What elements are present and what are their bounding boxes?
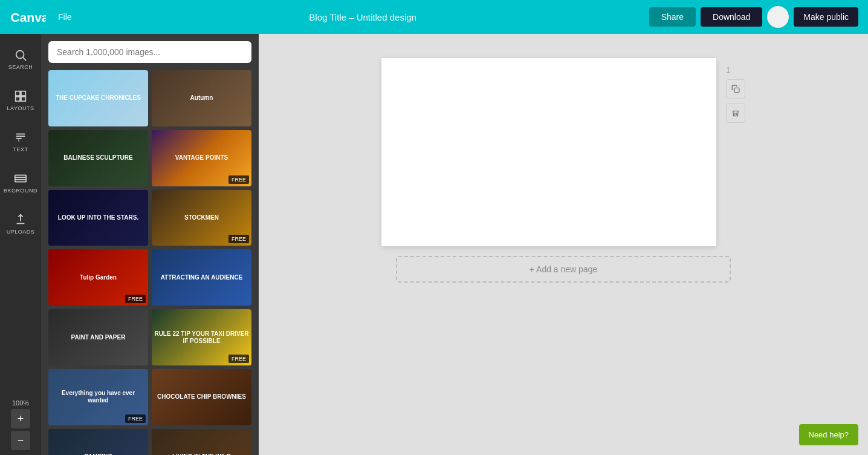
svg-text:T: T bbox=[18, 137, 21, 143]
sidebar-item-background[interactable]: BKGROUND bbox=[0, 162, 41, 203]
template-card-stars[interactable]: LOOK UP INTO THE STARS. bbox=[48, 190, 148, 246]
canvas-wrapper: 1 bbox=[381, 58, 745, 246]
template-card-paint[interactable]: PAINT AND PAPER bbox=[48, 309, 148, 365]
template-card-bg: CAMPING bbox=[48, 429, 148, 455]
template-card-bg: PAINT AND PAPER bbox=[48, 309, 148, 365]
canvas-right-tools: 1 bbox=[726, 58, 745, 123]
left-panel: THE CUPCAKE CHRONICLESAutumnBALINESE SCU… bbox=[41, 34, 259, 455]
svg-rect-4 bbox=[21, 91, 25, 96]
background-tool-label: BKGROUND bbox=[4, 188, 37, 194]
template-card-brownies[interactable]: CHOCOLATE CHIP BROWNIES bbox=[152, 369, 251, 425]
template-card-bg: LIVING IN THE WILD bbox=[152, 429, 251, 455]
header-actions: Share Download Make public bbox=[649, 6, 858, 28]
free-badge: FREE bbox=[228, 175, 249, 184]
background-icon bbox=[14, 172, 27, 185]
template-card-autumn[interactable]: Autumn bbox=[152, 70, 251, 126]
tool-sidebar: SEARCH LAYOUTS T TEXT BKGROUND UPLOADS bbox=[0, 34, 41, 455]
make-public-button[interactable]: Make public bbox=[794, 7, 858, 27]
text-icon: T bbox=[14, 131, 27, 144]
header-center: Blog Title – Untitled design bbox=[84, 12, 642, 22]
page-number: 1 bbox=[726, 63, 745, 74]
free-badge: FREE bbox=[125, 295, 146, 303]
layouts-icon bbox=[14, 90, 27, 103]
free-badge: FREE bbox=[228, 355, 249, 363]
header: Canva File Blog Title – Untitled design … bbox=[0, 0, 868, 34]
free-badge: FREE bbox=[228, 235, 249, 243]
delete-page-button[interactable] bbox=[726, 103, 745, 123]
template-grid: THE CUPCAKE CHRONICLESAutumnBALINESE SCU… bbox=[48, 70, 251, 455]
template-card-bg: CHOCOLATE CHIP BROWNIES bbox=[152, 369, 251, 425]
uploads-icon bbox=[14, 213, 27, 226]
svg-rect-3 bbox=[16, 91, 20, 96]
canva-logo[interactable]: Canva bbox=[10, 7, 46, 27]
add-page-button[interactable]: + Add a new page bbox=[396, 256, 731, 283]
sidebar-item-search[interactable]: SEARCH bbox=[0, 39, 41, 80]
uploads-tool-label: UPLOADS bbox=[7, 229, 35, 235]
page-canvas[interactable] bbox=[381, 58, 716, 246]
template-card-taxi[interactable]: RULE 22 TIP YOUR TAXI DRIVER IF POSSIBLE… bbox=[152, 309, 251, 365]
avatar-image bbox=[767, 6, 789, 28]
search-icon bbox=[14, 48, 27, 62]
sidebar-item-layouts[interactable]: LAYOUTS bbox=[0, 80, 41, 121]
copy-icon bbox=[731, 85, 740, 93]
zoom-out-button[interactable]: − bbox=[11, 431, 30, 450]
need-help-button[interactable]: Need help? bbox=[799, 424, 859, 445]
search-input[interactable] bbox=[48, 41, 251, 63]
template-card-bg: ATTRACTING AN AUDIENCE bbox=[152, 249, 251, 306]
share-button[interactable]: Share bbox=[649, 7, 696, 27]
template-card-everything[interactable]: Everything you have ever wantedFREE bbox=[48, 369, 148, 425]
svg-rect-19 bbox=[734, 88, 739, 93]
zoom-controls: 100% + − bbox=[0, 394, 41, 455]
svg-rect-6 bbox=[21, 97, 25, 101]
avatar[interactable] bbox=[767, 6, 789, 28]
template-card-cupcake[interactable]: THE CUPCAKE CHRONICLES bbox=[48, 70, 148, 126]
template-card-vantage[interactable]: VANTAGE POINTSFREE bbox=[152, 130, 251, 186]
copy-page-button[interactable] bbox=[726, 79, 745, 99]
svg-text:Canva: Canva bbox=[11, 10, 47, 24]
zoom-level: 100% bbox=[12, 399, 29, 407]
template-card-wild[interactable]: LIVING IN THE WILD bbox=[152, 429, 251, 455]
template-card-bg: BALINESE SCULPTURE bbox=[48, 130, 148, 186]
file-menu[interactable]: File bbox=[53, 10, 77, 24]
svg-rect-5 bbox=[16, 97, 20, 101]
zoom-in-button[interactable]: + bbox=[11, 409, 30, 428]
design-title: Blog Title – Untitled design bbox=[309, 12, 416, 22]
text-tool-label: TEXT bbox=[13, 146, 28, 152]
download-button[interactable]: Download bbox=[701, 7, 762, 27]
sidebar-item-text[interactable]: T TEXT bbox=[0, 121, 41, 162]
template-card-stockmen[interactable]: STOCKMENFREE bbox=[152, 190, 251, 246]
svg-point-1 bbox=[16, 51, 24, 59]
svg-line-2 bbox=[23, 57, 26, 61]
delete-icon bbox=[731, 109, 740, 117]
template-card-audience[interactable]: ATTRACTING AN AUDIENCE bbox=[152, 249, 251, 306]
template-card-bg: THE CUPCAKE CHRONICLES bbox=[48, 70, 148, 126]
search-tool-label: SEARCH bbox=[8, 64, 33, 70]
template-card-camping[interactable]: CAMPING bbox=[48, 429, 148, 455]
layouts-tool-label: LAYOUTS bbox=[7, 105, 34, 111]
free-badge: FREE bbox=[125, 414, 146, 423]
canvas-area: 1 + Add a new page bbox=[259, 34, 868, 455]
sidebar-item-uploads[interactable]: UPLOADS bbox=[0, 203, 41, 244]
template-card-tulip[interactable]: Tulip GardenFREE bbox=[48, 249, 148, 306]
template-card-bg: Autumn bbox=[152, 70, 251, 126]
template-card-balinese[interactable]: BALINESE SCULPTURE bbox=[48, 130, 148, 186]
template-card-bg: LOOK UP INTO THE STARS. bbox=[48, 190, 148, 246]
